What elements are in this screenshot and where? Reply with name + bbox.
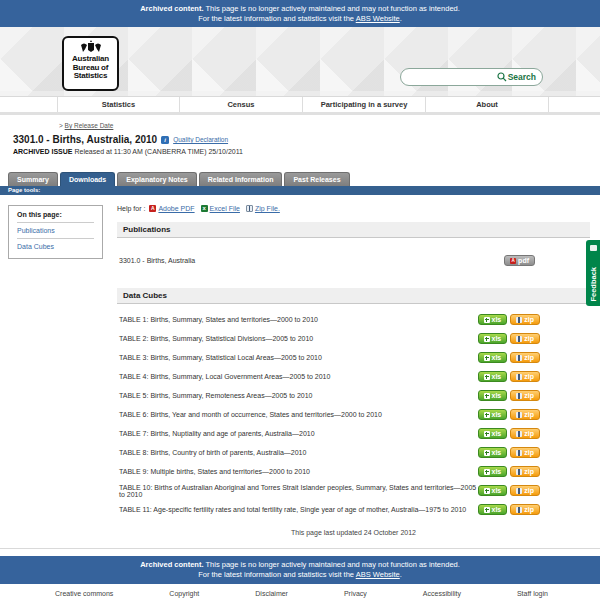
data-cube-title: TABLE 2: Births, Summary, Statistical Di…	[119, 335, 313, 342]
zip-download-button[interactable]: zip	[510, 371, 540, 382]
xls-download-button[interactable]: xls	[478, 314, 508, 325]
xls-download-button[interactable]: xls	[478, 428, 508, 439]
zip-icon	[516, 393, 522, 399]
nav-item-census[interactable]: Census	[180, 97, 303, 112]
xls-download-button[interactable]: xls	[478, 485, 508, 496]
pdf-download-button[interactable]: pdf	[504, 255, 535, 266]
nav-item-about[interactable]: About	[426, 97, 549, 112]
tab-summary[interactable]: Summary	[8, 172, 58, 186]
tab-downloads[interactable]: Downloads	[60, 172, 115, 186]
archived-banner-bold: Archived content.	[140, 4, 203, 13]
search-icon	[497, 72, 507, 82]
excel-icon	[484, 488, 490, 494]
data-cubes-list: TABLE 1: Births, Summary, States and ter…	[117, 310, 590, 519]
zip-download-button[interactable]: zip	[510, 485, 540, 496]
pdf-icon	[510, 258, 516, 264]
xls-download-button[interactable]: xls	[478, 352, 508, 363]
main-nav: StatisticsCensusParticipating in a surve…	[0, 97, 600, 115]
breadcrumb-link-by-release-date[interactable]: By Release Date	[65, 122, 114, 129]
zip-icon	[516, 336, 522, 342]
last-updated-note: This page last updated 24 October 2012	[117, 529, 590, 536]
data-cube-title: TABLE 10: Births of Australian Aborigina…	[119, 484, 478, 498]
nav-item-statistics[interactable]: Statistics	[57, 97, 180, 112]
excel-icon	[484, 469, 490, 475]
nav-item-participating-in-a-survey[interactable]: Participating in a survey	[303, 97, 426, 112]
help-for-line: Help for : Adobe PDFExcel FileZip File.	[117, 205, 590, 212]
zip-download-button[interactable]: zip	[510, 333, 540, 344]
pdf-button-label: pdf	[518, 257, 529, 264]
xls-download-button[interactable]: xls	[478, 504, 508, 515]
archived-banner-line2: For the latest information and statistic…	[0, 14, 600, 24]
data-cube-title: TABLE 3: Births, Summary, Statistical Lo…	[119, 354, 322, 361]
excel-icon	[484, 412, 490, 418]
xls-download-button[interactable]: xls	[478, 447, 508, 458]
zip-download-button[interactable]: zip	[510, 409, 540, 420]
xls-icon	[201, 205, 208, 212]
abs-website-link[interactable]: ABS Website	[356, 14, 400, 23]
zip-download-button[interactable]: zip	[510, 466, 540, 477]
publications-section-header: Publications	[117, 222, 590, 238]
zip-icon	[516, 450, 522, 456]
data-cube-row: TABLE 6: Births, Year and month of occur…	[117, 405, 590, 424]
tab-explanatory-notes[interactable]: Explanatory Notes	[117, 172, 196, 186]
footer-link-disclaimer[interactable]: Disclaimer	[255, 590, 288, 597]
sidebar-link-data-cubes[interactable]: Data Cubes	[17, 238, 94, 254]
downloads-content: Help for : Adobe PDFExcel FileZip File. …	[117, 205, 590, 536]
help-link-zip[interactable]: Zip File.	[246, 205, 280, 212]
zip-download-button[interactable]: zip	[510, 447, 540, 458]
xls-download-button[interactable]: xls	[478, 371, 508, 382]
data-cube-title: TABLE 1: Births, Summary, States and ter…	[119, 316, 318, 323]
sidebar-link-publications[interactable]: Publications	[17, 222, 94, 238]
zip-download-button[interactable]: zip	[510, 390, 540, 401]
footer-link-privacy[interactable]: Privacy	[344, 590, 367, 597]
xls-download-button[interactable]: xls	[478, 333, 508, 344]
search-input[interactable]	[407, 73, 497, 82]
footer-link-staff-login[interactable]: Staff login	[517, 590, 548, 597]
feedback-label: Feedback	[589, 267, 598, 302]
excel-icon	[484, 374, 490, 380]
xls-download-button[interactable]: xls	[478, 409, 508, 420]
title-row: 3301.0 - Births, Australia, 2010 i Quali…	[13, 134, 600, 145]
excel-icon	[484, 336, 490, 342]
data-cube-title: TABLE 6: Births, Year and month of occur…	[119, 411, 382, 418]
excel-icon	[484, 450, 490, 456]
data-cube-row: TABLE 1: Births, Summary, States and ter…	[117, 310, 590, 329]
xls-download-button[interactable]: xls	[478, 390, 508, 401]
zip-download-button[interactable]: zip	[510, 352, 540, 363]
tab-past-releases[interactable]: Past Releases	[284, 172, 349, 186]
content-divider	[0, 548, 600, 549]
zip-download-button[interactable]: zip	[510, 428, 540, 439]
info-icon[interactable]: i	[161, 136, 169, 144]
footer-link-creative-commons[interactable]: Creative commons	[55, 590, 113, 597]
footer-link-copyright[interactable]: Copyright	[169, 590, 199, 597]
zip-download-button[interactable]: zip	[510, 504, 540, 515]
publication-title: 3301.0 - Births, Australia	[119, 257, 195, 264]
help-links: Adobe PDFExcel FileZip File.	[149, 205, 279, 212]
abs-logo-text-line3: Statistics	[64, 72, 117, 81]
xls-download-button[interactable]: xls	[478, 466, 508, 477]
tab-bar: SummaryDownloadsExplanatory NotesRelated…	[8, 172, 600, 186]
search-button[interactable]: Search	[497, 72, 536, 82]
data-cube-row: TABLE 5: Births, Summary, Remoteness Are…	[117, 386, 590, 405]
zip-icon	[516, 374, 522, 380]
feedback-tab[interactable]: Feedback	[586, 240, 600, 306]
help-link-xls[interactable]: Excel File	[201, 205, 240, 212]
quality-declaration-link[interactable]: Quality Declaration	[173, 136, 228, 143]
pdf-icon	[149, 205, 156, 212]
zip-icon	[516, 488, 522, 494]
coat-of-arms-icon	[79, 40, 103, 55]
zip-icon	[516, 507, 522, 513]
search-button-label: Search	[508, 72, 536, 82]
abs-logo[interactable]: Australian Bureau of Statistics	[62, 36, 119, 91]
archived-banner-text: This page is no longer actively maintain…	[205, 4, 459, 13]
zip-download-button[interactable]: zip	[510, 314, 540, 325]
footer-link-accessibility[interactable]: Accessibility	[423, 590, 461, 597]
excel-icon	[484, 393, 490, 399]
tab-related-information[interactable]: Related Information	[199, 172, 283, 186]
zip-icon	[516, 317, 522, 323]
abs-website-link-footer[interactable]: ABS Website	[356, 570, 400, 579]
breadcrumb-separator: >	[59, 122, 63, 129]
archived-banner-line1: Archived content. This page is no longer…	[0, 4, 600, 14]
help-link-pdf[interactable]: Adobe PDF	[149, 205, 194, 212]
data-cube-title: TABLE 7: Births, Nuptiality and age of p…	[119, 430, 315, 437]
